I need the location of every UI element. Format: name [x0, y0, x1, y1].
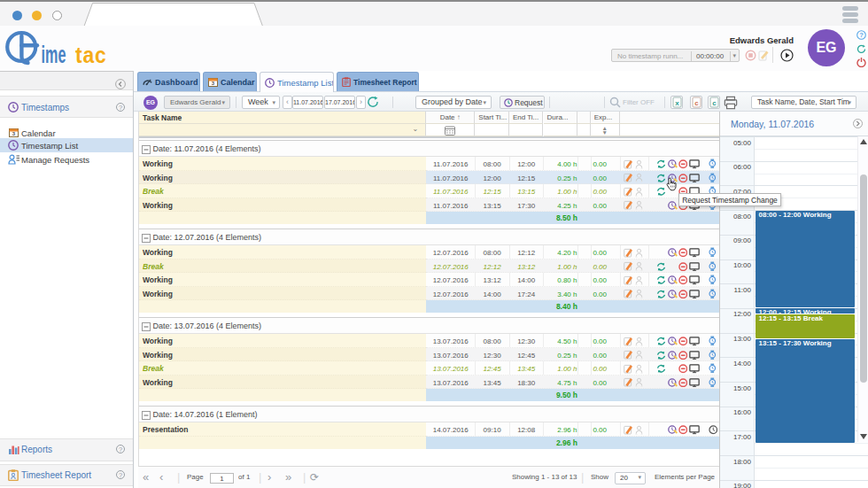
svg-text:ime: ime — [42, 42, 66, 68]
svg-text:c: c — [694, 99, 699, 107]
svg-text:x: x — [675, 99, 679, 107]
svg-text:tac: tac — [75, 43, 107, 68]
svg-text:?: ? — [859, 31, 864, 39]
svg-text:c: c — [712, 99, 717, 107]
